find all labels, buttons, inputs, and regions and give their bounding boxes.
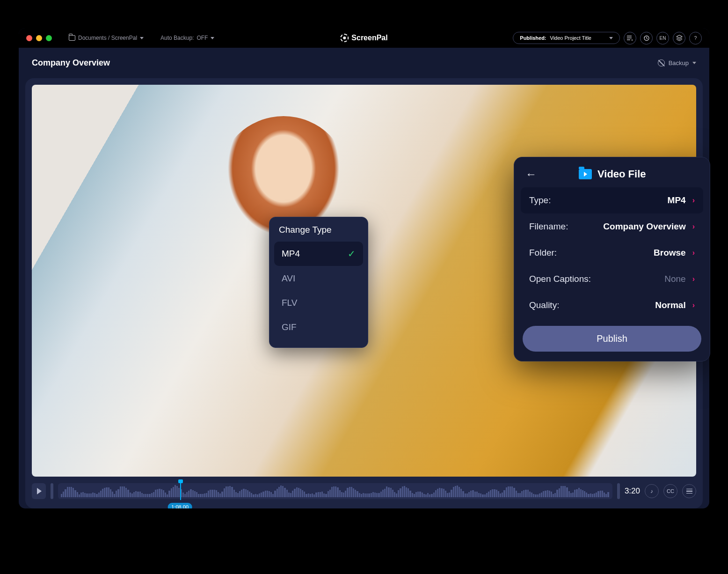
auto-backup-dropdown[interactable]: Auto Backup: OFF: [160, 35, 214, 41]
vf-filename-label: Filename:: [529, 221, 568, 232]
auto-backup-value: OFF: [197, 35, 208, 41]
chevron-right-icon: ›: [692, 301, 695, 309]
caret-down-icon: [692, 62, 696, 64]
chevron-right-icon: ›: [692, 222, 695, 231]
help-button[interactable]: ?: [689, 32, 702, 44]
no-sync-icon: [658, 59, 665, 66]
publish-button-label: Publish: [597, 333, 627, 344]
list-icon-button[interactable]: [624, 32, 636, 44]
traffic-lights: [26, 35, 52, 41]
waveform: [58, 483, 612, 499]
type-option-mp4[interactable]: MP4✓: [274, 242, 363, 266]
vf-folder-label: Folder:: [529, 248, 557, 258]
history-icon-button[interactable]: [640, 32, 653, 44]
history-icon: [643, 35, 649, 41]
vf-quality-label: Quality:: [529, 300, 559, 310]
type-option-label: FLV: [282, 298, 297, 308]
vf-type-row[interactable]: Type: MP4 ›: [521, 187, 703, 213]
vf-captions-row[interactable]: Open Captions: None ›: [521, 266, 703, 292]
subheader: Company Overview Backup: [19, 48, 709, 78]
minimize-window-button[interactable]: [36, 35, 42, 41]
vf-quality-value: Normal: [655, 300, 685, 310]
chevron-right-icon: ›: [692, 275, 695, 283]
folder-video-icon: [579, 169, 592, 179]
type-option-label: GIF: [282, 322, 297, 332]
caret-down-icon: [609, 37, 613, 39]
change-type-title: Change Type: [274, 225, 363, 241]
brand-logo-group: ScreenPal: [340, 34, 387, 42]
layers-icon: [676, 35, 683, 41]
caret-down-icon: [140, 37, 144, 39]
type-option-avi[interactable]: AVI: [274, 267, 363, 290]
publish-button[interactable]: Publish: [523, 326, 701, 352]
timeline-handle-right[interactable]: [617, 483, 620, 499]
playhead[interactable]: [180, 482, 181, 500]
maximize-window-button[interactable]: [46, 35, 52, 41]
brand-name: ScreenPal: [351, 34, 387, 42]
video-file-panel: ← Video File Type: MP4 › Filename: Compa…: [514, 157, 710, 361]
check-icon: ✓: [348, 248, 356, 259]
titlebar: Documents / ScreenPal Auto Backup: OFF S…: [19, 28, 709, 48]
backup-label: Backup: [669, 59, 689, 66]
close-window-button[interactable]: [26, 35, 32, 41]
published-label: Published:: [520, 35, 546, 41]
project-title: Company Overview: [32, 58, 110, 68]
playlist-icon: [627, 36, 633, 41]
hamburger-icon: [686, 489, 692, 494]
help-icon: ?: [694, 36, 697, 41]
chevron-right-icon: ›: [692, 249, 695, 257]
type-option-flv[interactable]: FLV: [274, 291, 363, 315]
video-file-title: Video File: [597, 168, 646, 180]
vf-folder-row[interactable]: Folder: Browse ›: [521, 240, 703, 266]
timeline-track[interactable]: 1:08.00: [58, 483, 612, 499]
vf-type-label: Type:: [529, 195, 551, 206]
titlebar-right: Published: Video Project Title EN: [513, 32, 702, 44]
brand-logo-icon: [340, 34, 349, 42]
chevron-right-icon: ›: [692, 196, 695, 205]
folder-icon: [69, 35, 75, 41]
captions-button[interactable]: CC: [663, 484, 677, 498]
timeline-handle-left[interactable]: [51, 483, 53, 499]
type-option-label: AVI: [282, 273, 295, 284]
video-file-header: ← Video File: [521, 166, 703, 187]
folder-path-dropdown[interactable]: Documents / ScreenPal: [69, 35, 144, 41]
vf-captions-label: Open Captions:: [529, 274, 591, 284]
caret-down-icon: [211, 37, 214, 39]
folder-path-text: Documents / ScreenPal: [78, 35, 137, 41]
video-file-title-group: Video File: [579, 168, 646, 180]
vf-captions-value: None: [664, 274, 685, 284]
language-label: EN: [660, 36, 666, 41]
menu-button[interactable]: [682, 484, 696, 498]
vf-folder-value: Browse: [654, 248, 686, 258]
layers-icon-button[interactable]: [673, 32, 685, 44]
music-button[interactable]: ♪: [645, 484, 659, 498]
playhead-time: 1:08.00: [167, 503, 192, 508]
vf-filename-row[interactable]: Filename: Company Overview ›: [521, 213, 703, 240]
duration: 3:20: [625, 486, 640, 496]
vf-type-value: MP4: [668, 195, 686, 206]
timeline-row: 1:08.00 3:20 ♪ CC: [32, 483, 696, 499]
play-icon: [37, 488, 42, 494]
type-option-gif[interactable]: GIF: [274, 316, 363, 339]
type-option-label: MP4: [282, 249, 300, 259]
auto-backup-label: Auto Backup:: [160, 35, 194, 41]
language-button[interactable]: EN: [656, 32, 669, 44]
vf-quality-row[interactable]: Quality: Normal ›: [521, 292, 703, 318]
captions-icon: CC: [667, 488, 674, 494]
backup-dropdown[interactable]: Backup: [658, 59, 696, 66]
change-type-popup: Change Type MP4✓AVIFLVGIF: [269, 217, 368, 348]
vf-filename-value: Company Overview: [603, 221, 685, 232]
music-icon: ♪: [650, 488, 653, 494]
back-button[interactable]: ←: [525, 168, 537, 181]
play-button[interactable]: [32, 483, 46, 499]
published-dropdown[interactable]: Published: Video Project Title: [513, 32, 620, 44]
published-value: Video Project Title: [550, 35, 591, 41]
